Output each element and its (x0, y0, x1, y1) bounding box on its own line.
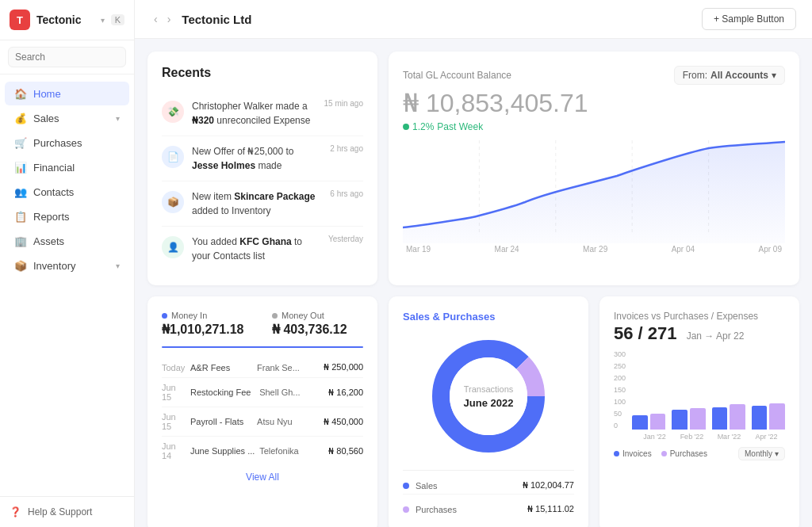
sidebar-item-financial[interactable]: 📊Financial (5, 155, 129, 179)
sidebar-item-label-home: Home (33, 88, 120, 100)
money-in-amount: ₦1,010,271.18 (162, 322, 253, 337)
chart-label-1: Mar 19 (406, 245, 431, 254)
inventory-icon: 📦 (14, 259, 27, 272)
svg-point-6 (450, 357, 527, 435)
nav-forward-button[interactable]: › (164, 11, 174, 27)
sidebar-item-inventory[interactable]: 📦Inventory▾ (5, 254, 129, 277)
recent-time-2: 6 hrs ago (330, 189, 363, 198)
assets-icon: 🏢 (14, 235, 27, 247)
money-row-3: Jun 14 June Supplies ... Telefonika ₦ 80… (162, 437, 363, 465)
sidebar-item-purchases[interactable]: 🛒Purchases (5, 131, 129, 155)
sp-legend-item-1: Purchases ₦ 15,111.02 (403, 501, 574, 517)
money-header: Money In ₦1,010,271.18 Money Out ₦ 403,7… (162, 311, 363, 337)
money-entity-0: Frank Se... (257, 363, 320, 372)
bar-blue-3 (752, 406, 768, 430)
sidebar-chevron-icon[interactable]: ▾ (101, 16, 105, 25)
sp-legend-value-1: ₦ 15,111.02 (527, 504, 574, 514)
sales-purchases-card: Sales & Purchases Transactions June 2022 (389, 296, 588, 527)
monthly-dropdown[interactable]: Monthly ▾ (738, 447, 785, 460)
money-out-label: Money Out (282, 311, 324, 320)
home-icon: 🏠 (14, 87, 27, 100)
money-divider (162, 346, 363, 348)
bar-groups (632, 350, 785, 430)
sidebar-footer: ❓ Help & Support (0, 496, 134, 527)
sample-button[interactable]: + Sample Button (702, 8, 796, 30)
inv-date-range: Jan → Apr 22 (687, 330, 745, 342)
view-all-button[interactable]: View All (162, 465, 363, 483)
invoices-numbers: 56 / 271 Jan → Apr 22 (614, 323, 744, 343)
topbar: ‹ › Tectonic Ltd + Sample Button (135, 0, 812, 39)
money-date-2: Jun 15 (162, 412, 187, 431)
money-amount-2: ₦ 450,000 (324, 417, 363, 427)
y-label-200: 200 (614, 374, 626, 382)
bottom-row: Money In ₦1,010,271.18 Money Out ₦ 403,7… (147, 296, 799, 527)
recent-item-1: 📄 New Offer of ₦25,000 to Jesse Holmes m… (162, 136, 363, 181)
sp-legend-label-1: Purchases (416, 505, 521, 514)
recent-item-3: 👤 You added KFC Ghana to your Contacts l… (162, 227, 363, 271)
money-amount-3: ₦ 80,560 (328, 446, 363, 456)
sp-legend-value-0: ₦ 102,004.77 (523, 480, 574, 491)
sales-chevron-icon: ▾ (116, 114, 120, 123)
inv-dot-invoices (614, 451, 619, 456)
bar-blue-1 (672, 410, 688, 430)
bar-purple-1 (690, 408, 706, 430)
sp-title-vs: & (433, 311, 443, 323)
recent-item-2: 📦 New item Skincare Package added to Inv… (162, 181, 363, 227)
money-table: Today A&R Fees Frank Se... ₦ 250,000 Jun… (162, 357, 363, 465)
recents-title: Recents (162, 66, 363, 80)
inv-dot-purchases (661, 451, 667, 456)
bar-x-label-3: Apr '22 (748, 433, 785, 441)
bar-group-0 (632, 414, 665, 430)
y-label-0: 0 (614, 422, 626, 430)
bar-x-label-0: Jan '22 (636, 433, 673, 441)
money-desc-3: June Supplies ... (190, 446, 256, 456)
sidebar: T Tectonic ▾ K 🏠Home💰Sales▾🛒Purchases📊Fi… (0, 0, 135, 527)
donut-wrapper: Transactions June 2022 (403, 329, 574, 464)
change-pct: 1.2% (412, 121, 434, 132)
y-label-250: 250 (614, 362, 626, 370)
sidebar-item-label-contacts: Contacts (33, 186, 120, 198)
money-date-3: Jun 14 (162, 441, 187, 460)
svg-text:Transactions: Transactions (464, 384, 514, 394)
recent-time-3: Yesterday (328, 235, 363, 243)
money-date-0: Today (162, 363, 187, 372)
gl-change: 1.2% Past Week (403, 121, 785, 132)
sp-title: Sales & Purchases (403, 311, 574, 323)
sidebar-item-sales[interactable]: 💰Sales▾ (5, 106, 129, 130)
sales-icon: 💰 (14, 112, 27, 124)
gl-chart-svg (403, 140, 785, 243)
main-content: ‹ › Tectonic Ltd + Sample Button Recents… (135, 0, 812, 527)
search-input[interactable] (8, 47, 126, 67)
bar-x-label-2: Mar '22 (710, 433, 748, 441)
gl-from-text: From: (683, 70, 707, 81)
sidebar-item-contacts[interactable]: 👥Contacts (5, 180, 129, 204)
recent-icon-2: 📦 (162, 191, 184, 213)
sidebar-item-label-reports: Reports (33, 211, 120, 223)
recent-icon-1: 📄 (162, 146, 184, 168)
money-out-amount: ₦ 403,736.12 (272, 322, 363, 337)
recent-icon-3: 👤 (162, 236, 184, 258)
chart-label-3: Mar 29 (583, 245, 607, 254)
nav-back-button[interactable]: ‹ (151, 11, 161, 27)
y-label-150: 150 (614, 386, 626, 394)
sidebar-item-label-inventory: Inventory (33, 260, 109, 272)
bar-blue-2 (712, 407, 728, 430)
gl-from-dropdown[interactable]: From: All Accounts ▾ (674, 66, 785, 85)
chart-label-4: Apr 04 (672, 245, 695, 254)
gl-balance-decimal: .71 (553, 89, 588, 117)
dashboard-content: Recents 💸 Christopher Walker made a ₦320… (135, 39, 812, 527)
sidebar-item-label-assets: Assets (33, 235, 120, 247)
money-desc-0: A&R Fees (190, 363, 254, 372)
sidebar-item-assets[interactable]: 🏢Assets (5, 229, 129, 253)
inv-legend-purchases-label: Purchases (670, 449, 707, 458)
help-support-item[interactable]: ❓ Help & Support (10, 506, 124, 517)
invoices-header: Invoices vs Purchases / Expenses 56 / 27… (614, 311, 785, 344)
y-label-100: 100 (614, 398, 626, 406)
svg-text:June 2022: June 2022 (464, 397, 514, 409)
gl-balance: ₦ 10,853,405.71 (403, 88, 785, 118)
sidebar-header: T Tectonic ▾ K (0, 0, 134, 40)
sidebar-item-home[interactable]: 🏠Home (5, 82, 129, 105)
y-label-50: 50 (614, 410, 626, 418)
topbar-nav: ‹ › (151, 11, 174, 27)
sidebar-item-reports[interactable]: 📋Reports (5, 204, 129, 228)
